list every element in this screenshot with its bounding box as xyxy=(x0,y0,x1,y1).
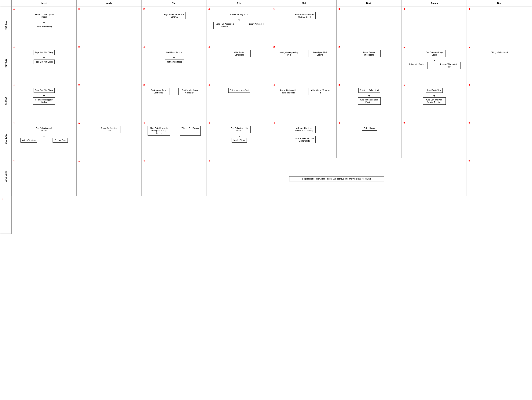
cell-andy-sprint2: 0 xyxy=(77,44,142,82)
header-david: David xyxy=(337,0,402,6)
corner-cell xyxy=(0,0,12,6)
cell-sprint5-james: 0 xyxy=(467,158,532,196)
cell-ben-sprint3: 0 xyxy=(467,82,532,120)
points-andy-sprint4: 1 xyxy=(78,121,80,124)
points-jared-sprint2: 4 xyxy=(13,45,15,48)
task-order-history: Order History xyxy=(362,126,377,131)
cell-shri-sprint4: 4 User Data Research (Histogram of Page … xyxy=(142,120,207,158)
task-metrics-tracking: Metrics Tracking xyxy=(20,138,37,143)
cell-shri-sprint2: 4 Build Print Service Print Service Mode… xyxy=(142,44,207,82)
task-shipping-info-frontend: Shipping info Frontend xyxy=(358,88,380,93)
cell-sprint5-ben: 0 xyxy=(0,196,12,234)
points-james-sprint3: 5 xyxy=(403,83,405,86)
points-matt-sprint4: 4 xyxy=(273,121,275,124)
task-printer-security-audit: Printer Security Audit xyxy=(229,12,249,17)
header-jared: Jared xyxy=(12,0,77,6)
points-shri-sprint1: 2 xyxy=(143,8,145,10)
header-matt: Matt xyxy=(272,0,337,6)
header-james: James xyxy=(402,0,467,6)
task-write-printer-controllers: Write Printer Controllers xyxy=(228,50,251,57)
task-build-print-client: Build Print Client xyxy=(426,88,443,93)
cell-david-sprint4: 4 Order History xyxy=(337,120,402,158)
cell-david-sprint3: 3 Shipping info Frontend Wire up Shippin… xyxy=(337,82,402,120)
cell-matt-sprint2: 2 Investigate Greyscaling PDFs Investiga… xyxy=(272,44,337,82)
cell-ben-sprint2: 5 Billing Info Backend xyxy=(467,44,532,82)
points-david-sprint2: 2 xyxy=(338,45,340,48)
task-billing-info-frontend: Billing Info Frontend xyxy=(408,62,427,69)
header-ben: Ben xyxy=(467,0,532,6)
task-print-service-jobs-controllers: Print service Jobs Controllers xyxy=(147,88,170,95)
points-shri-sprint3: 3 xyxy=(143,83,145,86)
cell-james-sprint4: 0 xyxy=(402,120,467,158)
task-allow-free-users-high-dpi: Allow Free Users High DPI for prints xyxy=(293,136,316,143)
task-order-confirmation-email: Order Confirmation Email xyxy=(98,126,120,133)
header-andy: Andy xyxy=(77,0,142,6)
cell-sprint5-jared: 4 xyxy=(12,158,77,196)
cell-david-sprint1: 0 xyxy=(337,6,402,44)
cell-jared-sprint2: 4 Page 1 of Print Dialog Page 2 of Print… xyxy=(12,44,77,82)
points-david-sprint4: 4 xyxy=(338,121,340,124)
cell-shri-sprint1: 2 Figure out Print Service Schema xyxy=(142,6,207,44)
cell-sprint5-andy: 1 xyxy=(77,158,142,196)
task-force-bleed: Force all documents to have 1/8' bleed xyxy=(293,12,316,19)
task-add-ability-scale-to-fit: Add ability to "Scale to Fit" xyxy=(309,88,331,95)
task-learn-printer-api: Learn Printer API xyxy=(248,22,265,29)
points-ben-sprint4: 0 xyxy=(469,121,470,124)
points-david-sprint3: 3 xyxy=(338,83,340,86)
cell-eric-sprint1: 4 Printer Security Audit Make PDF Access… xyxy=(207,6,272,44)
task-css-polish-match-mocks: Css Polish to match Mocks xyxy=(33,126,55,133)
task-frontend-order-option-model: Frontend Order Option Model xyxy=(33,12,55,19)
task-ui-accessing-print-dialog: UI for accessing print Dialog xyxy=(33,97,55,105)
points-matt-sprint3: 4 xyxy=(273,83,275,86)
sprint-grid: Jared Andy Shri Eric Matt David James Be… xyxy=(0,0,532,234)
cell-matt-sprint3: 4 Add ability to print in Black and Whit… xyxy=(272,82,337,120)
points-shri-sprint4: 4 xyxy=(143,121,145,124)
task-advanced-settings-print-dialog: Advanced Settings section of print dialo… xyxy=(293,126,316,133)
points-eric-sprint2: 4 xyxy=(209,45,210,48)
cell-ben-sprint4: 0 xyxy=(467,120,532,158)
points-eric-sprint3: 4 xyxy=(209,83,210,86)
points-andy-sprint3: 0 xyxy=(78,83,80,86)
points-james-sprint2: 5 xyxy=(403,45,405,48)
points-eric-sprint1: 4 xyxy=(209,8,210,10)
task-feature-flag: Feature Flag xyxy=(52,138,68,143)
points-shri-sprint2: 4 xyxy=(143,45,145,48)
points-matt-sprint2: 2 xyxy=(273,45,275,48)
header-shri: Shri xyxy=(142,0,207,6)
task-figure-out-schema: Figure out Print Service Schema xyxy=(163,12,185,19)
points-eric-sprint4: 4 xyxy=(209,121,210,124)
task-css-polish-mocks: Css Polish to match Mocks xyxy=(228,126,251,133)
cell-andy-sprint1: 0 xyxy=(77,6,142,44)
task-page2-print-dialog: Page 2 of Print Dialog xyxy=(34,60,55,64)
points-matt-sprint1: 1 xyxy=(273,8,275,10)
task-handle-pricing: Handle Pricing xyxy=(232,138,247,143)
points-jared-sprint1: 4 xyxy=(13,8,15,10)
points-james-sprint5: 0 xyxy=(469,159,470,162)
points-ben-sprint1: 0 xyxy=(469,8,470,10)
task-add-ability-black-white: Add ability to print in Black and White xyxy=(277,88,300,95)
cell-jared-sprint1: 4 Frontend Order Option Model Editor Pri… xyxy=(12,6,77,44)
cell-matt-sprint4: 4 Advanced Settings section of print dia… xyxy=(272,120,337,158)
cell-sprint5-wide: 4 Bug Fixes and Polish. Final Review and… xyxy=(207,158,467,196)
task-make-pdf-accessible: Make PDF Accessible to Printer xyxy=(213,22,236,29)
task-cart-overview-page-setup: Cart Overview Page Setup xyxy=(423,50,446,57)
points-andy-sprint1: 0 xyxy=(78,8,80,10)
bug-fixes-text: Bug Fixes and Polish. Final Review and T… xyxy=(289,176,384,181)
cell-matt-sprint1: 1 Force all documents to have 1/8' bleed xyxy=(272,6,337,44)
cell-eric-sprint2: 4 Write Printer Controllers xyxy=(207,44,272,82)
task-editor-print-dialog: Editor Print Dialog xyxy=(35,24,53,29)
points-ben-sprint3: 0 xyxy=(469,83,470,86)
task-print-service-model: Print Service Model xyxy=(165,60,184,64)
points-ben-sprint5: 0 xyxy=(2,197,3,200)
cell-andy-sprint3: 0 xyxy=(77,82,142,120)
cell-andy-sprint4: 1 Order Confirmation Email xyxy=(77,120,142,158)
cell-jared-sprint3: 4 Page 3 of Print Dialog UI for accessin… xyxy=(12,82,77,120)
points-jared-sprint3: 4 xyxy=(13,83,15,86)
points-james-sprint1: 0 xyxy=(403,8,405,10)
points-jared-sprint4: 4 xyxy=(13,121,15,124)
points-andy-sprint5: 1 xyxy=(78,159,80,162)
points-david-sprint1: 0 xyxy=(338,8,340,10)
cell-sprint5-shri: 4 xyxy=(142,158,207,196)
task-review-place-order-page: Review / Place Order Page xyxy=(438,62,461,69)
task-wire-cart-print-service: Wire Cart and Print Service Together xyxy=(423,97,446,105)
